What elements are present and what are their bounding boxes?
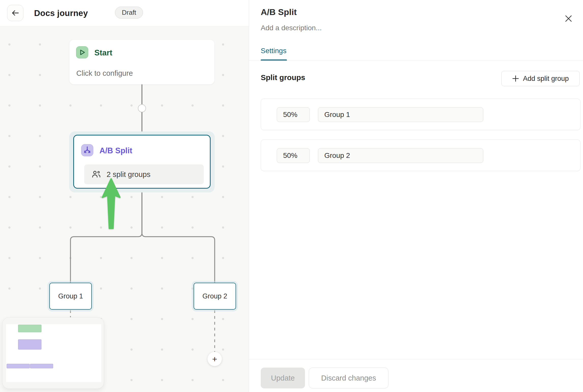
panel-title: A/B Split	[261, 7, 297, 17]
group-2-node[interactable]: Group 2	[194, 283, 236, 310]
tab-divider	[249, 61, 583, 61]
connector-node-circle	[138, 104, 146, 112]
plus-icon: +	[212, 354, 217, 364]
preview-purple-bar-1	[7, 364, 30, 368]
split-name-input-2[interactable]	[318, 148, 483, 163]
arrow-left-icon	[11, 9, 20, 17]
split-name-input-1[interactable]	[318, 107, 483, 122]
play-icon	[76, 46, 88, 58]
split-branch-icon	[81, 144, 93, 156]
split-group-row	[261, 140, 580, 171]
journey-builder-window: Docs journey Draft Start Click to config…	[0, 0, 583, 392]
ab-split-node-selection-halo: A/B Split 2 split groups	[69, 131, 215, 192]
preview-purple-bar-2	[30, 364, 53, 368]
add-split-group-label: Add split group	[523, 75, 569, 83]
split-groups-heading: Split groups	[261, 73, 305, 82]
ab-split-node[interactable]: A/B Split 2 split groups	[73, 135, 211, 189]
split-percent-input-1[interactable]	[277, 107, 310, 122]
group-1-node[interactable]: Group 1	[49, 283, 92, 310]
ab-split-settings-panel: A/B Split Add a description... Settings …	[249, 0, 583, 392]
people-icon	[91, 170, 101, 179]
journey-canvas[interactable]: Docs journey Draft Start Click to config…	[0, 0, 249, 392]
add-step-button[interactable]: +	[208, 352, 222, 366]
status-badge: Draft	[115, 7, 143, 19]
close-panel-button[interactable]	[562, 12, 575, 25]
start-node[interactable]: Start Click to configure	[69, 40, 214, 84]
add-split-group-button[interactable]: Add split group	[501, 71, 580, 86]
close-icon	[565, 15, 572, 22]
split-percent-input-2[interactable]	[277, 148, 310, 163]
node-preview-card[interactable]	[2, 317, 104, 389]
canvas-header: Docs journey Draft	[0, 0, 249, 26]
back-button[interactable]	[7, 5, 23, 21]
update-button[interactable]: Update	[261, 368, 305, 388]
start-node-title: Start	[94, 48, 112, 57]
ab-split-node-title: A/B Split	[99, 146, 132, 155]
plus-icon	[512, 75, 519, 82]
start-node-subtitle: Click to configure	[76, 69, 133, 78]
node-preview-canvas	[6, 324, 101, 382]
preview-purple-block	[18, 339, 41, 350]
ab-split-groups-summary[interactable]: 2 split groups	[84, 164, 204, 184]
journey-title: Docs journey	[34, 8, 88, 18]
description-placeholder[interactable]: Add a description...	[261, 24, 322, 32]
preview-green-block	[18, 325, 41, 332]
tab-settings[interactable]: Settings	[261, 47, 286, 55]
group-2-label: Group 2	[202, 292, 227, 300]
group-1-label: Group 1	[58, 292, 83, 300]
panel-footer: Update Discard changes	[249, 359, 583, 392]
discard-changes-button[interactable]: Discard changes	[309, 368, 388, 388]
split-group-row	[261, 99, 580, 130]
ab-split-groups-summary-text: 2 split groups	[107, 170, 151, 179]
